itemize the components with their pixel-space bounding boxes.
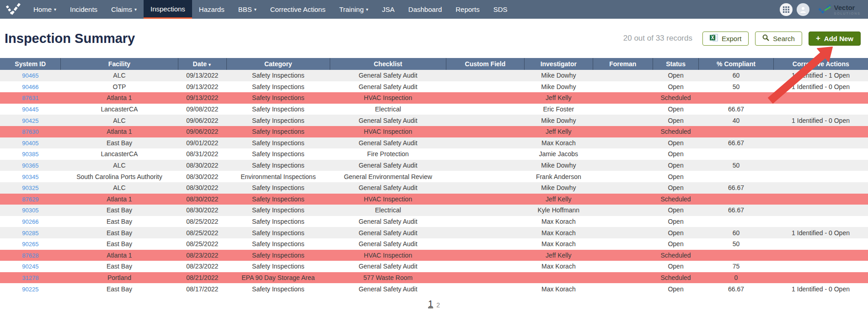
col-header-label: Status: [666, 60, 686, 68]
system-id-link[interactable]: 90265: [22, 241, 38, 248]
col-header-label: Facility: [108, 60, 130, 68]
cell-facility: East Bay: [61, 238, 178, 250]
system-id-link[interactable]: 31278: [22, 274, 38, 281]
system-id-link[interactable]: 87628: [22, 252, 38, 259]
nav-item-corrective-actions[interactable]: Corrective Actions: [263, 0, 332, 19]
system-id-link[interactable]: 90305: [22, 207, 38, 214]
sort-desc-icon: ▼: [208, 63, 212, 67]
col-header-system-id[interactable]: System ID: [0, 58, 61, 70]
cell-compliant: 40: [699, 115, 773, 126]
system-id-link[interactable]: 90225: [22, 286, 38, 293]
cell-compliant: 75: [699, 261, 773, 272]
nav-item-sds[interactable]: SDS: [487, 0, 514, 19]
cell-corrective: [773, 126, 868, 137]
cell-facility: ALC: [61, 115, 178, 126]
table-row: 90325ALC08/30/2022Safety InspectionsGene…: [0, 182, 868, 194]
cell-checklist: General Safety Audit: [330, 227, 446, 238]
nav-item-home[interactable]: Home▾: [27, 0, 63, 19]
system-id-link[interactable]: 90465: [22, 72, 38, 79]
table-row: 31278Portland08/21/2022EPA 90 Day Storag…: [0, 272, 868, 284]
nav-item-reports[interactable]: Reports: [449, 0, 487, 19]
cell-status: Open: [653, 171, 699, 182]
brand-subtext: SOLUTIONS: [834, 12, 861, 15]
cell-date: 09/08/2022: [178, 104, 226, 115]
system-id-link[interactable]: 90445: [22, 106, 38, 113]
system-id-link[interactable]: 90385: [22, 151, 38, 158]
cell-foreman: [593, 261, 653, 272]
app-logo-icon[interactable]: [0, 0, 27, 19]
nav-item-dashboard[interactable]: Dashboard: [402, 0, 449, 19]
vector-brand-logo: Vector SOLUTIONS: [818, 4, 861, 15]
cell-system-id: 90465: [0, 70, 61, 81]
system-id-link[interactable]: 90405: [22, 140, 38, 147]
table-body: 90465ALC09/13/2022Safety InspectionsGene…: [0, 70, 868, 295]
table-row: 90225East Bay08/17/2022Safety Inspection…: [0, 283, 868, 295]
nav-item-jsa[interactable]: JSA: [375, 0, 402, 19]
nav-item-hazards[interactable]: Hazards: [192, 0, 231, 19]
col-header-checklist[interactable]: Checklist: [330, 58, 446, 70]
col-header-date[interactable]: Date▼: [178, 58, 226, 70]
cell-corrective: 1 Identified - 0 Open: [773, 227, 868, 238]
cell-system-id: 90265: [0, 238, 61, 250]
cell-status: Scheduled: [653, 250, 699, 261]
chevron-down-icon: ▾: [366, 7, 368, 12]
nav-item-incidents[interactable]: Incidents: [63, 0, 104, 19]
nav-items: Home▾IncidentsClaims▾InspectionsHazardsB…: [27, 0, 514, 19]
page-2[interactable]: 2: [436, 302, 440, 308]
col-header-status[interactable]: Status: [653, 58, 699, 70]
cell-system-id: 90445: [0, 104, 61, 115]
system-id-link[interactable]: 90425: [22, 117, 38, 124]
nav-item-inspections[interactable]: Inspections: [144, 0, 192, 19]
col-header-label: % Compliant: [717, 60, 755, 68]
col-header-foreman[interactable]: Foreman: [593, 58, 653, 70]
cell-corrective: [773, 272, 868, 284]
cell-investigator: Max Korach: [524, 238, 593, 250]
system-id-link[interactable]: 90285: [22, 230, 38, 237]
system-id-link[interactable]: 90325: [22, 184, 38, 191]
system-id-link[interactable]: 90266: [22, 218, 38, 225]
system-id-link[interactable]: 87630: [22, 128, 38, 135]
cell-investigator: Eric Foster: [524, 104, 593, 115]
nav-item-training[interactable]: Training▾: [332, 0, 375, 19]
cell-system-id: 90425: [0, 115, 61, 126]
cell-foreman: [593, 205, 653, 216]
cell-foreman: [593, 115, 653, 126]
nav-item-claims[interactable]: Claims▾: [104, 0, 144, 19]
record-count: 20 out of 33 records: [623, 34, 692, 43]
cell-system-id: 90305: [0, 205, 61, 216]
cell-checklist: HVAC Inspection: [330, 250, 446, 261]
page-1[interactable]: 1: [428, 299, 433, 308]
system-id-link[interactable]: 87629: [22, 196, 38, 203]
col-header-investigator[interactable]: Investigator: [524, 58, 593, 70]
cell-category: Environmental Inspections: [226, 171, 330, 182]
system-id-link[interactable]: 90345: [22, 174, 38, 180]
col-header-custom-field[interactable]: Custom Field: [446, 58, 525, 70]
col-header-category[interactable]: Category: [226, 58, 330, 70]
cell-foreman: [593, 272, 653, 284]
nav-item-bbs[interactable]: BBS▾: [231, 0, 263, 19]
cell-date: 09/01/2022: [178, 137, 226, 149]
user-profile-icon[interactable]: [797, 3, 809, 16]
cell-corrective: [773, 261, 868, 272]
system-id-link[interactable]: 90245: [22, 263, 38, 270]
table-row: 90465ALC09/13/2022Safety InspectionsGene…: [0, 70, 868, 81]
system-id-link[interactable]: 87631: [22, 95, 38, 101]
search-button[interactable]: Search: [755, 32, 802, 46]
cell-facility: OTP: [61, 81, 178, 93]
nav-item-label: BBS: [238, 5, 252, 13]
system-id-link[interactable]: 90365: [22, 162, 38, 169]
cell-custom-field: [446, 238, 525, 250]
col-header-facility[interactable]: Facility: [61, 58, 178, 70]
add-new-button[interactable]: + Add New: [809, 32, 861, 46]
system-id-link[interactable]: 90466: [22, 84, 38, 90]
cell-compliant: 0: [699, 272, 773, 284]
col-header-compliant[interactable]: % Compliant: [699, 58, 773, 70]
export-button[interactable]: X Export: [702, 32, 749, 46]
nav-item-label: Claims: [111, 5, 132, 13]
col-header-corrective-actions[interactable]: Corrective Actions: [773, 58, 868, 70]
app-grid-icon[interactable]: [780, 3, 793, 16]
table-row: 87628Atlanta 108/23/2022Safety Inspectio…: [0, 250, 868, 261]
cell-status: Open: [653, 104, 699, 115]
table-row: 90305East Bay08/30/2022Safety Inspection…: [0, 205, 868, 216]
cell-custom-field: [446, 104, 525, 115]
